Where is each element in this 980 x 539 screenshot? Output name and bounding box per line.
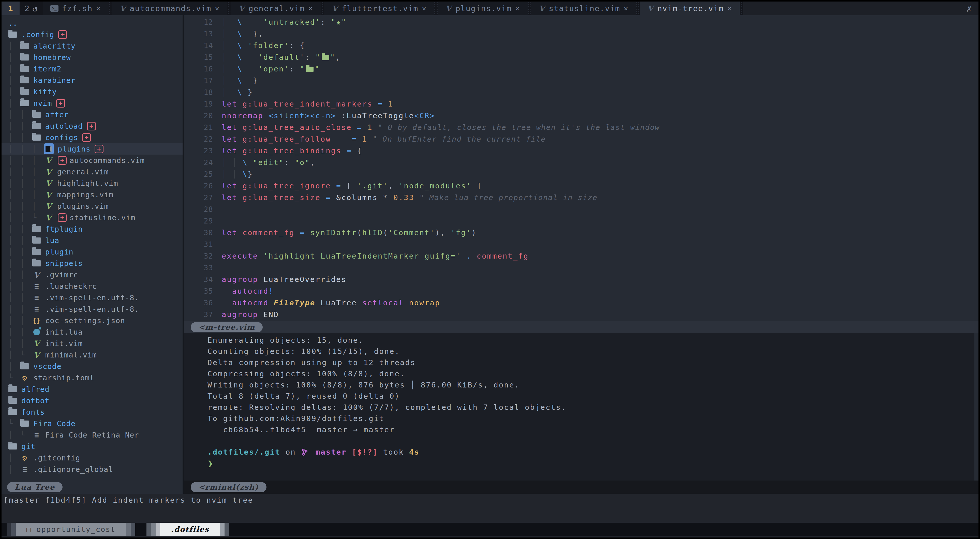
tab-label: fzf.sh — [62, 4, 92, 13]
tree-item-.gvimrc[interactable]: │ │ V.gvimrc — [2, 269, 183, 280]
tree-item-iterm2[interactable]: │ iterm2 — [2, 63, 183, 75]
line-number: 21 — [184, 123, 222, 132]
tree-item-init.vim[interactable]: │ │ Vinit.vim — [2, 338, 183, 349]
vim-icon: V — [239, 4, 245, 13]
tree-item-git[interactable]: git — [2, 440, 183, 452]
tree-item-statusline.vim[interactable]: │ │ └ V+statusline.vim — [2, 212, 183, 223]
tree-item-homebrew[interactable]: │ homebrew — [2, 52, 183, 63]
tree-item-label: kitty — [33, 87, 57, 96]
tab-close-icon[interactable]: × — [624, 4, 628, 13]
folder-open-cell — [32, 135, 41, 141]
tree-item-nvim[interactable]: │ nvim+ — [2, 97, 183, 109]
tree-item-highlight.vim[interactable]: │ │ │ Vhighlight.vim — [2, 178, 183, 189]
tree-item-init.lua[interactable]: │ │ init.lua — [2, 326, 183, 338]
tree-item-plugins.vim[interactable]: │ │ │ Vplugins.vim — [2, 200, 183, 212]
tree-item-lua[interactable]: │ │ lua — [2, 235, 183, 246]
tab-close-icon[interactable]: × — [727, 4, 732, 13]
tree-item-mappings.vim[interactable]: │ │ │ Vmappings.vim — [2, 189, 183, 200]
folder-cell — [32, 260, 41, 266]
tree-item-alacritty[interactable]: │ alacritty — [2, 40, 183, 52]
tree-item-starship.toml[interactable]: └ ⚙starship.toml — [2, 372, 183, 383]
tabline: 1 2 ↺ >_fzf.sh×Vautocommands.vim×Vgenera… — [2, 2, 978, 15]
line-number: 32 — [184, 252, 222, 260]
tree-item-autocommands.vim[interactable]: │ │ │ V+autocommands.vim — [2, 154, 183, 166]
code-text: autocmd FileType LuaTree setlocal nowrap — [222, 299, 440, 307]
tab-nvim-tree.vim[interactable]: Vnvim-tree.vim× — [640, 2, 740, 15]
code-line: 18│ \ } — [184, 86, 978, 98]
tree-item-general.vim[interactable]: │ │ │ Vgeneral.vim — [2, 166, 183, 178]
tab-fluttertest.vim[interactable]: Vfluttertest.vim× — [324, 2, 434, 15]
tree-item-configs[interactable]: │ │ configs+ — [2, 132, 183, 143]
tree-item-fonts[interactable]: fonts — [2, 406, 183, 418]
tree-item-after[interactable]: │ │ after — [2, 109, 183, 120]
folder-open-cell — [8, 444, 17, 450]
tree-item-.luacheckrc[interactable]: │ │ ≡.luacheckrc — [2, 280, 183, 292]
tree-item-.vim-spell-en.utf-8.[interactable]: │ │ ≡.vim-spell-en.utf-8. — [2, 292, 183, 303]
tab-plugins.vim[interactable]: Vplugins.vim× — [438, 2, 528, 15]
tree-item-label: .config — [21, 30, 54, 39]
editor-pane[interactable]: 12│ \ 'untracked': "★"13│ \ },14│ \ 'fol… — [184, 15, 978, 321]
code-line: 29 — [184, 215, 978, 227]
folder-open-cell — [8, 32, 17, 38]
tree-item-kitty[interactable]: │ kitty — [2, 86, 183, 97]
tree-item-plugins[interactable]: │ │ │ plugins+ — [2, 143, 183, 154]
tmux-window-label: .dotfiles — [160, 523, 220, 536]
tab-label: autocommands.vim — [130, 4, 211, 13]
tree-item-minimal.vim[interactable]: │ └ Vminimal.vim — [2, 349, 183, 361]
tab-close-icon[interactable]: × — [96, 4, 101, 13]
tree-item-alfred[interactable]: alfred — [2, 383, 183, 395]
vim-file-icon: V — [46, 179, 52, 188]
indent-guides: │ — [8, 65, 20, 73]
tree-item-.gitconfig[interactable]: │ ⚙.gitconfig — [2, 452, 183, 463]
tree-cursor — [44, 143, 54, 154]
indent-guides: │ │ │ — [8, 179, 44, 188]
tree-item-.config[interactable]: .config+ — [2, 29, 183, 40]
indent-guides: │ └ — [8, 431, 32, 439]
indent-guides: │ │ — [8, 133, 32, 142]
tree-item-snippets[interactable]: │ │ snippets — [2, 258, 183, 269]
close-all-icon[interactable]: ✗ — [960, 2, 978, 15]
tree-item-autoload[interactable]: │ │ autoload+ — [2, 120, 183, 132]
vim-cell: V — [32, 350, 41, 359]
tabpage-2[interactable]: 2 ↺ — [19, 2, 43, 15]
plus-badge: + — [58, 213, 67, 222]
code-text: execute 'highlight LuaTreeIndentMarker g… — [222, 252, 529, 260]
tree-item-.vim-spell-en.utf-8.[interactable]: │ │ ≡.vim-spell-en.utf-8. — [2, 303, 183, 315]
terminal-pane[interactable]: Enumerating objects: 15, done.Counting o… — [184, 333, 978, 480]
code-line: 19let g:lua_tree_indent_markers = 1 — [184, 98, 978, 110]
tree-item-plugin[interactable]: │ │ plugin — [2, 246, 183, 258]
tree-item-dotbot[interactable]: dotbot — [2, 395, 183, 406]
tab-statusline.vim[interactable]: Vstatusline.vim× — [531, 2, 636, 15]
indent-guides: │ │ — [8, 270, 32, 279]
vim-icon: V — [332, 4, 338, 13]
tmux-gradient-segment — [11, 523, 16, 536]
tree-item-.gitignore_global[interactable]: │ ≡.gitignore_global — [2, 463, 183, 475]
tree-item-karabiner[interactable]: │ karabiner — [2, 75, 183, 86]
tab-close-icon[interactable]: × — [308, 4, 313, 13]
tree-item-..[interactable]: .. — [2, 17, 183, 29]
folder-cell — [20, 66, 29, 72]
tree-item-vscode[interactable]: │ vscode — [2, 361, 183, 372]
tab-close-icon[interactable]: × — [215, 4, 220, 13]
tab-fzf.sh[interactable]: >_fzf.sh× — [43, 2, 108, 15]
vim-cell: V — [32, 339, 41, 348]
tmux-window--opportunity_cost[interactable]: □ opportunity_cost — [6, 523, 135, 536]
tab-general.vim[interactable]: Vgeneral.vim× — [231, 2, 321, 15]
plus-badge: + — [87, 122, 96, 130]
tabpage-1[interactable]: 1 — [2, 2, 19, 15]
tree-item-label: highlight.vim — [57, 179, 118, 188]
tree-item-Fira Code Retina Ner[interactable]: │ └ ≡Fira Code Retina Ner — [2, 429, 183, 440]
tree-item-label: alfred — [21, 385, 49, 394]
code-line: 15│ \ 'default': "", — [184, 51, 978, 63]
tab-autocommands.vim[interactable]: Vautocommands.vim× — [112, 2, 228, 15]
indent-guides: │ │ — [8, 248, 32, 256]
tree-item-ftplugin[interactable]: │ │ ftplugin — [2, 223, 183, 235]
tmux-window--dotfiles[interactable]: .dotfiles — [146, 523, 229, 536]
code-line: 26let g:lua_tree_ignore = [ '.git', 'nod… — [184, 180, 978, 192]
tree-item-Fira Code[interactable]: └ Fira Code — [2, 418, 183, 429]
tab-close-icon[interactable]: × — [422, 4, 427, 13]
git-branch-icon — [302, 448, 308, 456]
tree-item-coc-settings.json[interactable]: │ │ {}coc-settings.json — [2, 315, 183, 326]
tab-close-icon[interactable]: × — [515, 4, 520, 13]
tmux-gradient-segment — [131, 523, 135, 536]
